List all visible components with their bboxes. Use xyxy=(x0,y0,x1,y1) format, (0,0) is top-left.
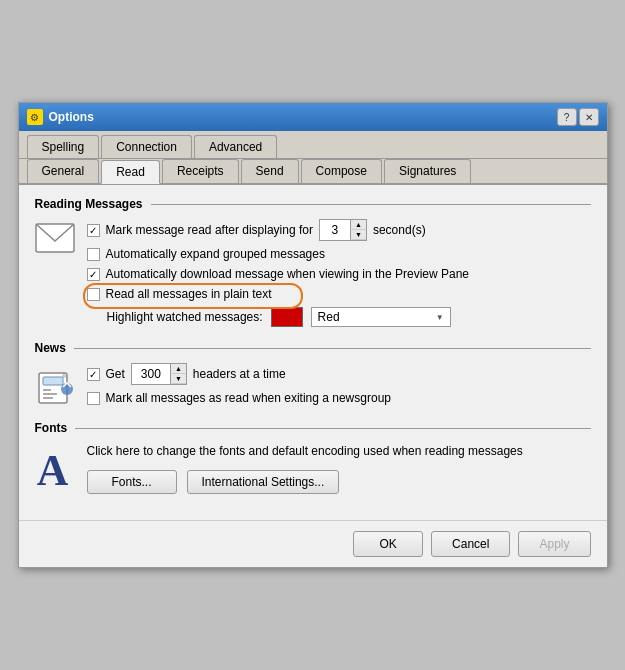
newspaper-icon xyxy=(35,367,75,407)
fonts-icon-container: A xyxy=(35,443,75,493)
spin-up-button[interactable]: ▲ xyxy=(350,220,366,230)
fonts-options: Click here to change the fonts and defau… xyxy=(87,443,591,494)
window-title: Options xyxy=(49,110,94,124)
auto-download-checkbox[interactable] xyxy=(87,268,100,281)
mark-read-checkbox[interactable] xyxy=(87,224,100,237)
reading-messages-title: Reading Messages xyxy=(35,197,591,211)
fonts-a-icon: A xyxy=(35,443,75,493)
seconds-label: second(s) xyxy=(373,223,426,237)
headers-spinbox[interactable]: 300 ▲ ▼ xyxy=(131,363,187,385)
news-body: Get 300 ▲ ▼ headers at a time xyxy=(35,363,591,407)
tab-spelling[interactable]: Spelling xyxy=(27,135,100,158)
tab-connection[interactable]: Connection xyxy=(101,135,192,158)
close-button[interactable]: ✕ xyxy=(579,108,599,126)
help-button[interactable]: ? xyxy=(557,108,577,126)
options-window: ⚙ Options ? ✕ Spelling Connection Advanc… xyxy=(18,102,608,568)
plain-text-label: Read all messages in plain text xyxy=(106,287,272,301)
fonts-description: Click here to change the fonts and defau… xyxy=(87,443,591,460)
dropdown-arrow-icon: ▼ xyxy=(436,313,444,322)
tab-receipts[interactable]: Receipts xyxy=(162,159,239,183)
tab-row-bottom: General Read Receipts Send Compose Signa… xyxy=(19,159,607,185)
fonts-buttons: Fonts... International Settings... xyxy=(87,470,591,494)
mark-read-label: Mark message read after displaying for xyxy=(106,223,313,237)
auto-download-label: Automatically download message when view… xyxy=(106,267,470,281)
svg-point-6 xyxy=(61,383,73,395)
auto-download-row: Automatically download message when view… xyxy=(87,267,591,281)
envelope-icon-container xyxy=(35,223,75,263)
svg-rect-3 xyxy=(43,389,51,391)
headers-label: headers at a time xyxy=(193,367,286,381)
reading-messages-body: Mark message read after displaying for 3… xyxy=(35,219,591,327)
seconds-spinbox[interactable]: 3 ▲ ▼ xyxy=(319,219,367,241)
get-headers-row: Get 300 ▲ ▼ headers at a time xyxy=(87,363,591,385)
news-section: News xyxy=(35,341,591,407)
mark-read-newsgroup-row: Mark all messages as read when exiting a… xyxy=(87,391,591,405)
bottom-bar: OK Cancel Apply xyxy=(19,520,607,567)
tab-general[interactable]: General xyxy=(27,159,100,183)
tab-signatures[interactable]: Signatures xyxy=(384,159,471,183)
tab-compose[interactable]: Compose xyxy=(301,159,382,183)
expand-grouped-row: Automatically expand grouped messages xyxy=(87,247,591,261)
spinbox-arrows: ▲ ▼ xyxy=(350,220,366,240)
expand-grouped-label: Automatically expand grouped messages xyxy=(106,247,325,261)
headers-input[interactable]: 300 xyxy=(132,364,170,384)
ok-button[interactable]: OK xyxy=(353,531,423,557)
fonts-section-title: Fonts xyxy=(35,421,591,435)
apply-button[interactable]: Apply xyxy=(518,531,590,557)
title-buttons: ? ✕ xyxy=(557,108,599,126)
window-icon: ⚙ xyxy=(27,109,43,125)
fonts-button[interactable]: Fonts... xyxy=(87,470,177,494)
mark-read-newsgroup-label: Mark all messages as read when exiting a… xyxy=(106,391,391,405)
cancel-button[interactable]: Cancel xyxy=(431,531,510,557)
fonts-body: A Click here to change the fonts and def… xyxy=(35,443,591,494)
mark-read-newsgroup-checkbox[interactable] xyxy=(87,392,100,405)
international-settings-button[interactable]: International Settings... xyxy=(187,470,340,494)
get-headers-checkbox[interactable] xyxy=(87,368,100,381)
highlight-label: Highlight watched messages: xyxy=(107,310,263,324)
svg-rect-2 xyxy=(43,377,63,385)
mark-read-row: Mark message read after displaying for 3… xyxy=(87,219,591,241)
color-dropdown-value: Red xyxy=(318,310,340,324)
news-options: Get 300 ▲ ▼ headers at a time xyxy=(87,363,591,405)
highlight-row: Highlight watched messages: Red ▼ xyxy=(87,307,591,327)
tab-read[interactable]: Read xyxy=(101,160,160,184)
headers-spin-down[interactable]: ▼ xyxy=(170,374,186,384)
get-label: Get xyxy=(106,367,125,381)
news-icon-container xyxy=(35,367,75,407)
tab-row-top: Spelling Connection Advanced xyxy=(19,131,607,159)
headers-spin-up[interactable]: ▲ xyxy=(170,364,186,374)
spin-down-button[interactable]: ▼ xyxy=(350,230,366,240)
svg-rect-4 xyxy=(43,393,57,395)
reading-messages-section: Reading Messages Mark message read after… xyxy=(35,197,591,327)
color-swatch[interactable] xyxy=(271,307,303,327)
svg-rect-5 xyxy=(43,397,53,399)
title-bar-left: ⚙ Options xyxy=(27,109,94,125)
plain-text-checkbox[interactable] xyxy=(87,288,100,301)
tab-advanced[interactable]: Advanced xyxy=(194,135,277,158)
content-area: Reading Messages Mark message read after… xyxy=(19,185,607,520)
seconds-input[interactable]: 3 xyxy=(320,220,350,240)
tab-send[interactable]: Send xyxy=(241,159,299,183)
title-bar: ⚙ Options ? ✕ xyxy=(19,103,607,131)
envelope-icon xyxy=(35,223,75,255)
news-section-title: News xyxy=(35,341,591,355)
svg-text:A: A xyxy=(36,446,68,493)
fonts-section: Fonts A Click here to change the fonts a… xyxy=(35,421,591,494)
expand-grouped-checkbox[interactable] xyxy=(87,248,100,261)
reading-options: Mark message read after displaying for 3… xyxy=(87,219,591,327)
color-dropdown[interactable]: Red ▼ xyxy=(311,307,451,327)
plain-text-row: Read all messages in plain text xyxy=(87,287,591,301)
headers-spinbox-arrows: ▲ ▼ xyxy=(170,364,186,384)
